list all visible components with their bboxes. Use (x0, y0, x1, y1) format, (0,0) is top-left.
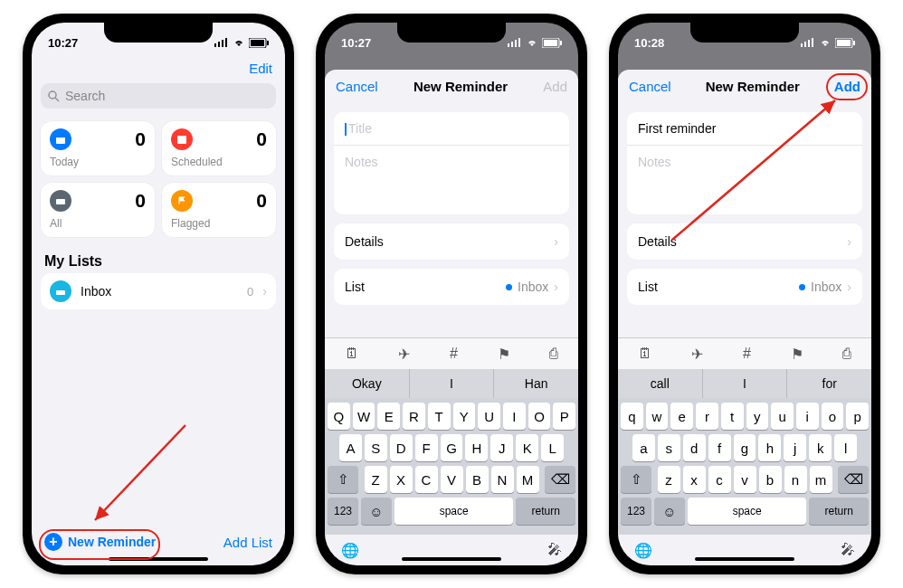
suggestion-2[interactable]: I (410, 369, 495, 398)
flagged-card[interactable]: 0 Flagged (162, 183, 276, 237)
key-h[interactable]: H (465, 434, 488, 461)
notes-field[interactable]: Notes (334, 145, 569, 178)
key-n[interactable]: n (784, 466, 807, 493)
cancel-button[interactable]: Cancel (336, 79, 378, 94)
key-l[interactable]: l (834, 434, 857, 461)
calendar-tool-icon[interactable]: 🗓︎ (345, 346, 359, 362)
key-j[interactable]: j (784, 434, 806, 461)
backspace-key[interactable]: ⌫ (545, 466, 575, 493)
globe-key[interactable]: 🌐 (634, 542, 652, 559)
suggestion-3[interactable]: Han (494, 369, 578, 398)
shift-key[interactable]: ⇧ (621, 466, 651, 493)
key-k[interactable]: k (809, 434, 832, 461)
add-button[interactable]: Add (543, 79, 567, 94)
suggestion-1[interactable]: Okay (325, 369, 410, 398)
key-m[interactable]: m (810, 466, 832, 493)
dictation-key[interactable]: 🎤︎ (547, 542, 562, 558)
key-z[interactable]: Z (365, 466, 387, 493)
numbers-key[interactable]: 123 (621, 498, 651, 525)
globe-key[interactable]: 🌐 (341, 542, 359, 559)
all-card[interactable]: 0 All (41, 183, 155, 237)
today-card[interactable]: 0 Today (41, 121, 155, 175)
key-c[interactable]: C (415, 466, 438, 493)
key-s[interactable]: S (365, 434, 387, 461)
location-tool-icon[interactable]: ✈︎ (691, 346, 703, 363)
key-w[interactable]: w (646, 403, 669, 430)
cancel-button[interactable]: Cancel (629, 79, 671, 94)
key-r[interactable]: r (696, 403, 718, 430)
numbers-key[interactable]: 123 (328, 498, 358, 525)
key-o[interactable]: O (528, 403, 551, 430)
key-u[interactable]: u (771, 403, 794, 430)
key-u[interactable]: U (478, 403, 500, 430)
backspace-key[interactable]: ⌫ (838, 466, 869, 493)
home-indicator[interactable] (695, 557, 794, 561)
emoji-key[interactable]: ☺ (361, 498, 392, 525)
tag-tool-icon[interactable]: # (743, 346, 751, 362)
details-row[interactable]: Details› (627, 223, 862, 260)
suggestion-3[interactable]: for (787, 369, 871, 398)
key-f[interactable]: f (708, 434, 731, 461)
key-g[interactable]: G (441, 434, 463, 461)
list-row[interactable]: ListInbox› (627, 269, 862, 305)
title-field[interactable]: First reminder (627, 112, 862, 145)
key-p[interactable]: P (553, 403, 575, 430)
flag-tool-icon[interactable]: ⚑ (498, 346, 510, 363)
suggestion-2[interactable]: I (703, 369, 788, 398)
photo-tool-icon[interactable]: ⎙ (549, 346, 558, 362)
title-field[interactable]: Title (334, 112, 569, 145)
key-b[interactable]: b (759, 466, 782, 493)
key-v[interactable]: v (734, 466, 756, 493)
key-o[interactable]: o (822, 403, 844, 430)
key-n[interactable]: N (491, 466, 514, 493)
key-t[interactable]: T (428, 403, 451, 430)
suggestion-1[interactable]: call (618, 369, 703, 398)
key-w[interactable]: W (353, 403, 375, 430)
key-i[interactable]: I (503, 403, 526, 430)
key-k[interactable]: K (516, 434, 538, 461)
add-button[interactable]: Add (834, 79, 860, 94)
emoji-key[interactable]: ☺ (654, 498, 685, 525)
key-y[interactable]: y (746, 403, 769, 430)
tag-tool-icon[interactable]: # (450, 346, 458, 362)
key-e[interactable]: e (670, 403, 693, 430)
location-tool-icon[interactable]: ✈︎ (398, 346, 410, 363)
key-d[interactable]: D (390, 434, 413, 461)
key-x[interactable]: x (683, 466, 706, 493)
key-a[interactable]: A (339, 434, 362, 461)
dictation-key[interactable]: 🎤︎ (841, 542, 855, 558)
key-y[interactable]: Y (453, 403, 476, 430)
inbox-list-row[interactable]: Inbox 0 › (41, 273, 276, 309)
scheduled-card[interactable]: 0 Scheduled (162, 121, 276, 175)
key-s[interactable]: s (658, 434, 680, 461)
list-row[interactable]: ListInbox› (334, 269, 569, 305)
home-indicator[interactable] (402, 557, 501, 561)
key-x[interactable]: X (390, 466, 413, 493)
key-t[interactable]: t (721, 403, 744, 430)
key-h[interactable]: h (758, 434, 781, 461)
shift-key[interactable]: ⇧ (328, 466, 358, 493)
details-row[interactable]: Details› (334, 223, 569, 260)
key-q[interactable]: Q (328, 403, 350, 430)
new-reminder-button[interactable]: + New Reminder (44, 533, 156, 551)
search-input[interactable]: Search (41, 83, 276, 109)
key-v[interactable]: V (441, 466, 463, 493)
key-a[interactable]: a (632, 434, 655, 461)
key-p[interactable]: p (846, 403, 869, 430)
key-l[interactable]: L (541, 434, 564, 461)
return-key[interactable]: return (809, 498, 869, 525)
notes-field[interactable]: Notes (627, 145, 862, 178)
key-d[interactable]: d (683, 434, 706, 461)
key-r[interactable]: R (403, 403, 425, 430)
photo-tool-icon[interactable]: ⎙ (842, 346, 851, 362)
key-j[interactable]: J (490, 434, 513, 461)
calendar-tool-icon[interactable]: 🗓︎ (638, 346, 652, 362)
flag-tool-icon[interactable]: ⚑ (791, 346, 803, 363)
key-e[interactable]: E (377, 403, 400, 430)
key-g[interactable]: g (734, 434, 756, 461)
space-key[interactable]: space (688, 498, 806, 525)
add-list-button[interactable]: Add List (223, 535, 272, 550)
key-i[interactable]: i (796, 403, 819, 430)
edit-button[interactable]: Edit (249, 61, 272, 76)
key-c[interactable]: c (708, 466, 731, 493)
